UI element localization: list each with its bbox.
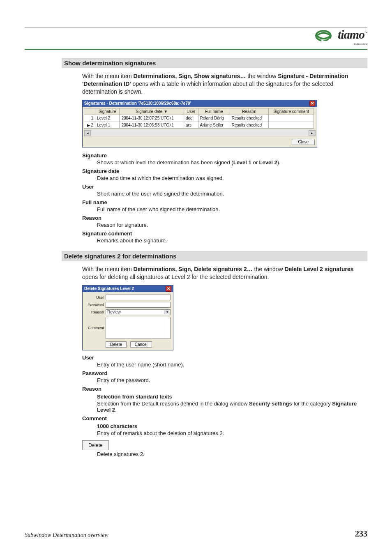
close-icon[interactable]: ✕ <box>166 286 171 292</box>
table-row[interactable]: 1 Level 2 2004-11-30 12:07:25 UTC+1 doe … <box>84 115 314 122</box>
intro-text-1: With the menu item Determinations, Sign,… <box>82 72 367 96</box>
window-title: Signatures - Determination '7e5130:1006f… <box>84 101 191 106</box>
comment-label: Comment <box>85 325 104 330</box>
def-term: Comment <box>82 415 367 421</box>
close-button[interactable]: Close <box>292 139 315 145</box>
def-desc: Entry of of remarks about the deletion o… <box>97 430 367 436</box>
def-term: Password <box>82 370 367 376</box>
page-number: 233 <box>355 529 367 539</box>
def-subterm: Selection from standard texts <box>97 394 367 400</box>
intro-text-2: With the menu item Determinations, Sign,… <box>82 265 367 281</box>
section-heading-delete-signatures: Delete signatures 2 for determinations <box>62 251 367 261</box>
def-term: Signature comment <box>82 230 367 237</box>
def-desc: Entry of the user name (short name). <box>97 362 367 368</box>
def-term: User <box>82 184 367 190</box>
def-desc: Selection from the Default reasons defin… <box>97 401 367 413</box>
def-term: Reason <box>82 386 367 392</box>
def-desc: Remarks about the signature. <box>97 237 367 244</box>
def-term: Signature <box>82 152 367 159</box>
delete-signatures-dialog: Delete Signatures Level 2 ✕ User Passwor… <box>82 285 173 350</box>
def-desc: Reason for signature. <box>97 222 367 228</box>
close-icon[interactable]: ✕ <box>309 101 315 106</box>
footer-section-title: Subwindow Determination overview <box>25 532 108 539</box>
def-subterm: 1000 characters <box>97 423 367 429</box>
signatures-window: Signatures - Determination '7e5130:1006f… <box>82 100 317 148</box>
password-field[interactable] <box>106 302 171 308</box>
chevron-down-icon: ▾ <box>164 310 170 315</box>
signatures-table: Signature Signature date ▼ User Full nam… <box>84 108 314 129</box>
dialog-title: Delete Signatures Level 2 <box>84 286 134 292</box>
brand-logo: tiamo™ titration and more <box>314 28 367 46</box>
def-term: Full name <box>82 199 367 205</box>
def-desc: Shows at which level the determination h… <box>97 159 367 166</box>
section-heading-show-signatures: Show determination signatures <box>62 58 367 68</box>
def-desc: Delete signatures 2. <box>97 451 367 457</box>
horizontal-scrollbar[interactable]: ◂ ▸ <box>84 130 316 136</box>
def-desc: Entry of the password. <box>97 377 367 383</box>
def-desc: Full name of the user who signed the det… <box>97 206 367 212</box>
cancel-button[interactable]: Cancel <box>130 341 152 348</box>
def-term: Reason <box>82 215 367 221</box>
user-label: User <box>85 295 104 300</box>
comment-textarea[interactable] <box>106 317 171 339</box>
scroll-right-icon[interactable]: ▸ <box>309 130 315 136</box>
def-desc: Short name of the user who signed the de… <box>97 191 367 197</box>
scroll-left-icon[interactable]: ◂ <box>84 130 91 136</box>
def-desc: Date and time at which the determination… <box>97 175 367 181</box>
delete-button[interactable]: Delete <box>106 341 127 348</box>
reason-label: Reason <box>85 310 104 315</box>
def-term: Signature date <box>82 168 367 174</box>
def-term: User <box>82 355 367 361</box>
user-field[interactable] <box>106 295 171 300</box>
delete-action-button[interactable]: Delete <box>82 440 109 450</box>
password-label: Password <box>85 302 104 307</box>
table-row[interactable]: ▶ 2 Level 1 2004-11-30 12:06:53 UTC+1 ar… <box>84 122 314 129</box>
reason-select[interactable]: Review ▾ <box>106 309 171 315</box>
